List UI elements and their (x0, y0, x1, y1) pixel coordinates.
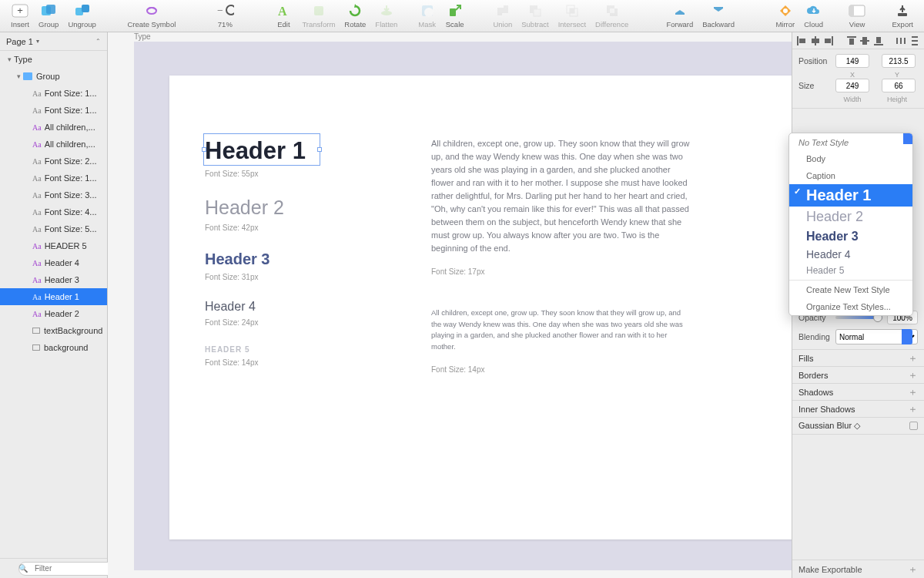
popup-no-style[interactable]: No Text Style (789, 133, 912, 150)
inspector-panel: Position XY Size WidthHeight No Text Sty… (792, 32, 924, 578)
section-gaussian-blur-[interactable]: Gaussian Blur ◇ (792, 418, 924, 435)
plus-icon[interactable]: ＋ (908, 563, 918, 576)
layer-row[interactable]: background (0, 339, 107, 356)
toolbar-export[interactable]: Export (888, 3, 918, 29)
popup-item[interactable]: Body (789, 150, 912, 167)
align-right-icon[interactable] (824, 36, 833, 45)
align-left-icon[interactable] (797, 36, 806, 45)
layer-row[interactable]: AaHeader 4 (0, 254, 107, 271)
artboard-label[interactable]: Type (134, 32, 151, 41)
layer-row[interactable]: ▾Type (0, 51, 107, 68)
layer-row[interactable]: AaAll children,... (0, 136, 107, 153)
popup-item[interactable]: Header 4 (789, 246, 912, 263)
svg-rect-37 (849, 39, 854, 45)
make-exportable[interactable]: Make Exportable ＋ (792, 560, 924, 578)
size-h-input[interactable] (882, 79, 916, 92)
toolbar-forward[interactable]: Forward (661, 3, 698, 29)
body-paragraph-1[interactable]: All children, except one, grow up. They … (431, 137, 691, 255)
layer-row[interactable]: textBackground (0, 322, 107, 339)
layer-row[interactable]: AaHeader 3 (0, 271, 107, 288)
layer-row[interactable]: AaHeader 2 (0, 305, 107, 322)
section-fills[interactable]: Fills ＋ (792, 350, 924, 367)
toolbar-create-symbol[interactable]: Create Symbol (122, 3, 180, 29)
toolbar-view[interactable]: View (843, 3, 871, 29)
plus-icon[interactable]: ＋ (908, 351, 918, 365)
toolbar-mask[interactable]: Mask (413, 3, 441, 29)
toolbar-difference[interactable]: Difference (591, 3, 633, 29)
chevron-up-icon[interactable]: ⌃ (95, 38, 101, 45)
layer-row[interactable]: AaHEADER 5 (0, 237, 107, 254)
blending-select[interactable]: Normal (835, 329, 918, 344)
svg-text:+: + (17, 5, 23, 16)
body-2-size[interactable]: Font Size: 14px (431, 364, 691, 376)
header-block[interactable]: HEADER 5 Font Size: 14px (205, 345, 397, 367)
opacity-slider[interactable] (835, 316, 882, 319)
section-inner-shadows[interactable]: Inner Shadows ＋ (792, 401, 924, 418)
layer-row[interactable]: AaFont Size: 1... (0, 85, 107, 102)
plus-icon[interactable]: ＋ (908, 402, 918, 416)
section-borders[interactable]: Borders ＋ (792, 367, 924, 384)
layer-row[interactable]: AaAll children,... (0, 119, 107, 136)
popup-item[interactable]: Header 2 (789, 207, 912, 227)
toolbar-edit[interactable]: A Edit (270, 3, 297, 29)
svg-rect-46 (912, 40, 918, 42)
popup-item[interactable]: Header 3 (789, 227, 912, 246)
align-h-center-icon[interactable] (811, 36, 820, 45)
header-block[interactable]: Header 4 Font Size: 24px (205, 300, 397, 327)
plus-icon[interactable]: ＋ (908, 385, 918, 399)
toolbar-insert[interactable]: + Insert (6, 3, 34, 29)
page-selector[interactable]: Page 1 ▾ ⌃ (0, 32, 107, 51)
popup-organize-styles[interactable]: Organize Text Styles... (789, 298, 912, 315)
svg-rect-3 (46, 5, 55, 14)
distribute-h-icon[interactable] (896, 36, 906, 45)
align-top-icon[interactable] (847, 36, 856, 45)
style-sections: Fills ＋ Borders ＋ Shadows ＋ Inner Shadow… (792, 350, 924, 435)
layer-row[interactable]: AaFont Size: 1... (0, 170, 107, 187)
popup-item[interactable]: Header 5 (789, 263, 912, 278)
toolbar-transform[interactable]: Transform (297, 3, 340, 29)
popup-item[interactable]: Caption (789, 167, 912, 184)
section-shadows[interactable]: Shadows ＋ (792, 384, 924, 401)
body-1-size[interactable]: Font Size: 17px (431, 266, 691, 278)
svg-rect-44 (904, 38, 906, 44)
svg-rect-36 (847, 36, 856, 38)
svg-rect-40 (874, 44, 883, 45)
toolbar-intersect[interactable]: Intersect (554, 3, 591, 29)
layer-row[interactable]: ▾Group (0, 68, 107, 85)
layer-row[interactable]: AaFont Size: 3... (0, 187, 107, 203)
body-paragraph-2[interactable]: All children, except one, grow up. They … (431, 307, 691, 353)
distribute-v-icon[interactable] (910, 36, 919, 45)
toolbar-scale[interactable]: Scale (441, 3, 469, 29)
toolbar-ungroup[interactable]: Ungroup (63, 3, 100, 29)
toolbar-group[interactable]: Group (34, 3, 63, 29)
toolbar-rotate[interactable]: Rotate (340, 3, 370, 29)
toolbar-71-[interactable]: −+ 71% (211, 3, 239, 29)
checkbox-icon[interactable] (909, 422, 918, 430)
header-block[interactable]: Header 3 Font Size: 31px (205, 250, 397, 281)
layer-row[interactable]: AaFont Size: 4... (0, 203, 107, 220)
popup-create-style[interactable]: Create New Text Style (789, 280, 912, 298)
layer-row[interactable]: AaHeader 1 (0, 288, 107, 305)
align-bottom-icon[interactable] (874, 36, 883, 45)
plus-icon[interactable]: ＋ (908, 368, 918, 382)
layer-row[interactable]: AaFont Size: 2... (0, 153, 107, 170)
toolbar-backward[interactable]: Backward (698, 3, 739, 29)
toolbar-mirror[interactable]: Mirror (771, 3, 799, 29)
popup-item[interactable]: Header 1 (789, 184, 912, 207)
toolbar-cloud[interactable]: Cloud (799, 3, 828, 29)
align-v-center-icon[interactable] (860, 36, 869, 45)
toolbar-flatten[interactable]: Flatten (370, 3, 402, 29)
toolbar-union[interactable]: Union (488, 3, 517, 29)
position-y-input[interactable] (882, 54, 916, 68)
header-block[interactable]: Header 2 Font Size: 42px (205, 197, 397, 232)
position-x-input[interactable] (835, 54, 869, 68)
size-w-input[interactable] (835, 79, 869, 92)
body-column: All children, except one, grow up. They … (431, 137, 691, 375)
layer-row[interactable]: AaFont Size: 1... (0, 102, 107, 119)
svg-rect-30 (797, 36, 798, 45)
svg-rect-41 (876, 37, 881, 43)
header-block[interactable]: Header 1 Font Size: 55px (205, 137, 397, 178)
layer-row[interactable]: AaFont Size: 5... (0, 220, 107, 237)
toolbar-subtract[interactable]: Subtract (517, 3, 553, 29)
canvas[interactable]: Type Header 1 Font Size: 55px Header 2 F… (108, 32, 792, 578)
